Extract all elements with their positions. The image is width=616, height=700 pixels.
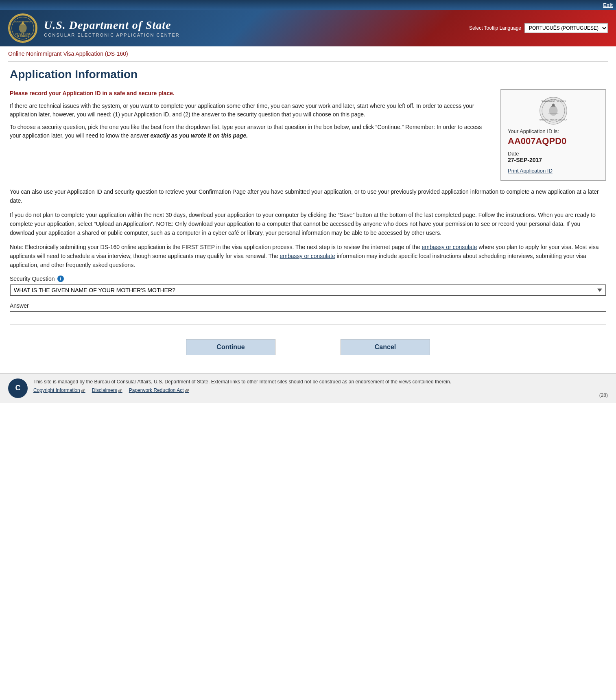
- print-application-id-link[interactable]: Print Application ID: [508, 168, 553, 174]
- page-title: Application Information: [10, 68, 606, 81]
- cancel-button[interactable]: Cancel: [341, 339, 430, 355]
- info-text: Please record your Application ID in a s…: [10, 89, 492, 144]
- header: DEPARTMENT OF UNITED STATES OF AMERICA U…: [0, 10, 616, 46]
- footer-seal-icon: C: [8, 378, 28, 398]
- svg-text:UNITED STATES OF AMERICA: UNITED STATES OF AMERICA: [540, 119, 568, 121]
- paragraph-1: If there are technical issues with the s…: [10, 102, 492, 119]
- paperwork-external-icon: 🗗: [185, 388, 189, 393]
- footer-content: This site is managed by the Bureau of Co…: [33, 378, 594, 394]
- top-bar: Exit: [0, 0, 616, 10]
- copyright-link-text: Copyright Information: [33, 387, 80, 393]
- app-date-value: 27-SEP-2017: [508, 157, 599, 163]
- paperwork-link[interactable]: Paperwork Reduction Act 🗗: [129, 387, 189, 393]
- app-id-label: Your Application ID is:: [508, 128, 599, 134]
- info-icon[interactable]: i: [57, 276, 64, 282]
- paragraph-4: If you do not plan to complete your appl…: [10, 211, 606, 237]
- paragraph-5: Note: Electronically submitting your DS-…: [10, 243, 606, 269]
- security-question-select[interactable]: WHAT IS THE GIVEN NAME OF YOUR MOTHER'S …: [10, 284, 606, 296]
- disclaimers-link-text: Disclaimers: [92, 387, 117, 393]
- app-id-seal-icon: DEPARTMENT OF STATE UNITED STATES OF AME…: [539, 96, 568, 125]
- footer-text: This site is managed by the Bureau of Co…: [33, 378, 594, 385]
- seal-icon: DEPARTMENT OF UNITED STATES OF AMERICA: [8, 13, 37, 43]
- paragraph-3: You can also use your Application ID and…: [10, 188, 606, 205]
- info-section: Please record your Application ID in a s…: [10, 89, 606, 181]
- embassy-consulate-link-1[interactable]: embassy or consulate: [422, 244, 477, 250]
- answer-label: Answer: [10, 302, 606, 309]
- security-question-text: Security Question: [10, 276, 55, 282]
- button-row: Continue Cancel: [10, 339, 606, 355]
- svg-text:OF AMERICA: OF AMERICA: [17, 35, 29, 37]
- paperwork-link-text: Paperwork Reduction Act: [129, 387, 184, 393]
- footer-links: Copyright Information 🗗 Disclaimers 🗗 Pa…: [33, 387, 594, 393]
- breadcrumb-link[interactable]: Online Nonimmigrant Visa Application (DS…: [8, 50, 128, 57]
- dept-name: U.S. Department of State: [44, 19, 180, 32]
- footer: C This site is managed by the Bureau of …: [0, 373, 616, 403]
- disclaimers-external-icon: 🗗: [118, 388, 122, 393]
- footer-counter: (28): [599, 392, 608, 398]
- continue-button[interactable]: Continue: [186, 339, 275, 355]
- dept-title: U.S. Department of State CONSULAR ELECTR…: [44, 19, 180, 37]
- app-id-card: DEPARTMENT OF STATE UNITED STATES OF AME…: [500, 89, 606, 181]
- embassy-consulate-link-2[interactable]: embassy or consulate: [280, 253, 335, 259]
- language-select[interactable]: PORTUGUÊS (PORTUGUESE)ENGLISHESPAÑOL (SP…: [524, 23, 608, 33]
- tooltip-language-label: Select Tooltip Language: [469, 25, 521, 31]
- copyright-external-icon: 🗗: [81, 388, 85, 393]
- disclaimers-link[interactable]: Disclaimers 🗗: [92, 387, 122, 393]
- svg-text:DEPARTMENT OF STATE: DEPARTMENT OF STATE: [541, 100, 566, 103]
- app-date-label: Date: [508, 151, 599, 157]
- main-content: Application Information Please record yo…: [0, 61, 616, 373]
- security-question-label: Security Question i: [10, 276, 606, 282]
- svg-point-12: [549, 106, 558, 116]
- copyright-link[interactable]: Copyright Information 🗗: [33, 387, 85, 393]
- svg-point-14: [552, 104, 555, 107]
- breadcrumb-bar: Online Nonimmigrant Visa Application (DS…: [0, 46, 616, 61]
- svg-point-7: [22, 22, 24, 24]
- body-paragraphs: You can also use your Application ID and…: [10, 188, 606, 270]
- exit-button[interactable]: Exit: [603, 2, 613, 8]
- paragraph-2-bold: exactly as you wrote it on this page.: [151, 132, 248, 139]
- warning-text: Please record your Application ID in a s…: [10, 89, 492, 98]
- app-id-value: AA007AQPD0: [508, 136, 599, 147]
- dept-subtitle: CONSULAR ELECTRONIC APPLICATION CENTER: [44, 33, 180, 37]
- svg-text:UNITED STATES: UNITED STATES: [15, 33, 31, 35]
- svg-point-5: [19, 23, 26, 33]
- security-section: Security Question i WHAT IS THE GIVEN NA…: [10, 276, 606, 324]
- header-right: Select Tooltip Language PORTUGUÊS (PORTU…: [469, 23, 608, 33]
- paragraph-2: To choose a security question, pick the …: [10, 123, 492, 140]
- paragraph-5-pre: Note: Electronically submitting your DS-…: [10, 244, 422, 250]
- answer-input[interactable]: [10, 311, 606, 324]
